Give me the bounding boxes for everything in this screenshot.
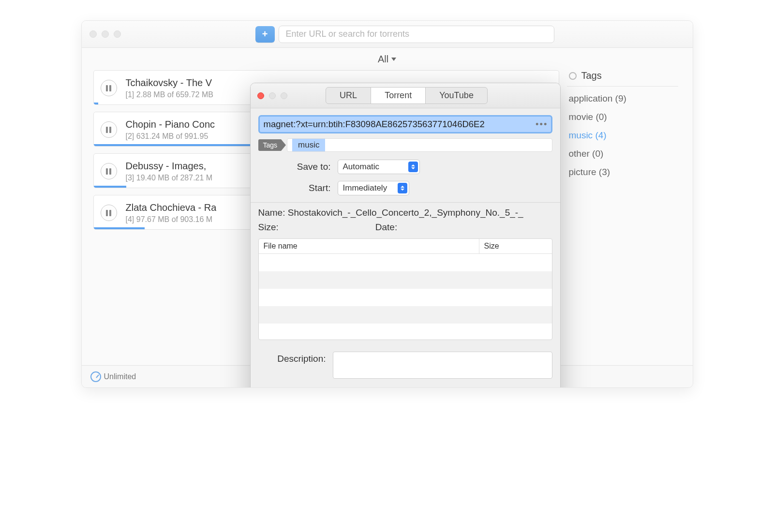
tab-torrent[interactable]: Torrent: [371, 88, 426, 103]
start-value: Immediately: [343, 183, 387, 193]
tab-url[interactable]: URL: [326, 88, 371, 103]
ellipsis-icon: •••: [533, 119, 548, 130]
pause-icon: [106, 127, 111, 133]
tag-chip-music[interactable]: music: [292, 139, 325, 151]
progress-bar: [94, 186, 126, 188]
search-input[interactable]: Enter URL or search for torrents: [279, 26, 554, 43]
files-table-body: [259, 254, 552, 340]
file-size-header[interactable]: Size: [479, 239, 552, 253]
pause-icon: [106, 168, 111, 175]
tag-item-picture[interactable]: picture (3): [567, 163, 678, 181]
pause-button[interactable]: [101, 80, 117, 96]
speed-label: Unlimited: [104, 372, 136, 381]
tag-item-application[interactable]: application (9): [567, 89, 678, 108]
size-label: Size:: [258, 222, 279, 233]
table-row: [259, 306, 552, 324]
description-label: Description:: [258, 352, 326, 379]
filter-label: All: [378, 54, 388, 65]
pause-icon: [106, 210, 111, 216]
download-title: Tchaikovsky - The V: [126, 77, 213, 89]
description-input[interactable]: [333, 352, 552, 379]
download-subtitle: [2] 631.24 MB of 991.95: [126, 132, 215, 141]
download-title: Zlata Chochieva - Ra: [126, 202, 217, 213]
tags-badge: Tags: [258, 139, 282, 151]
download-subtitle: [3] 19.40 MB of 287.21 M: [126, 174, 213, 182]
download-subtitle: [1] 2.88 MB of 659.72 MB: [126, 90, 213, 99]
minimize-icon[interactable]: [102, 30, 109, 38]
save-to-select[interactable]: Automatic: [338, 160, 420, 174]
chevron-down-icon: [391, 58, 396, 61]
filter-bar[interactable]: All: [82, 48, 693, 70]
start-select[interactable]: Immediately: [338, 181, 409, 195]
pause-button[interactable]: [101, 205, 117, 221]
tag-item-other[interactable]: other (0): [567, 145, 678, 163]
dialog-titlebar: URL Torrent YouTube: [251, 83, 560, 108]
download-title: Chopin - Piano Conc: [126, 119, 215, 130]
add-torrent-dialog: URL Torrent YouTube magnet:?xt=urn:btih:…: [250, 83, 561, 388]
torrent-name-value: Shostakovich_-_Cello_Concerto_2,_Symphon…: [288, 207, 523, 218]
files-table-header: File name Size: [259, 239, 552, 254]
date-label: Date:: [375, 222, 397, 233]
save-to-label: Save to:: [258, 162, 331, 172]
description-row: Description:: [258, 352, 552, 379]
files-table[interactable]: File name Size: [258, 238, 552, 340]
tags-row: Tags music: [258, 138, 552, 152]
magnet-url-input[interactable]: magnet:?xt=urn:btih:F83098AE862573563771…: [258, 115, 552, 133]
add-button[interactable]: +: [255, 26, 275, 43]
pause-button[interactable]: [101, 163, 117, 179]
tags-input[interactable]: music: [287, 138, 552, 152]
size-date-line: Size: Date:: [258, 222, 552, 233]
pause-icon: [106, 85, 111, 91]
tags-header: Tags: [567, 70, 678, 81]
name-line: Name: Shostakovich_-_Cello_Concerto_2,_S…: [258, 207, 552, 218]
dialog-traffic-lights: [257, 92, 287, 99]
search-placeholder: Enter URL or search for torrents: [286, 29, 409, 39]
gauge-icon[interactable]: [90, 371, 101, 382]
main-titlebar: + Enter URL or search for torrents: [82, 21, 693, 48]
tag-item-movie[interactable]: movie (0): [567, 108, 678, 126]
updown-chevron-icon: [398, 183, 407, 193]
save-to-value: Automatic: [343, 162, 380, 172]
table-row: [259, 324, 552, 340]
table-row: [259, 254, 552, 271]
progress-bar: [94, 103, 99, 104]
traffic-lights: [89, 30, 121, 38]
dialog-body: magnet:?xt=urn:btih:F83098AE862573563771…: [251, 108, 560, 379]
tags-panel: Tags application (9) movie (0) music (4)…: [567, 70, 693, 365]
start-label: Start:: [258, 183, 331, 193]
progress-bar: [94, 227, 145, 229]
file-name-header[interactable]: File name: [259, 239, 479, 253]
table-row: [259, 289, 552, 306]
main-window: + Enter URL or search for torrents All T…: [81, 20, 693, 388]
tags-header-label: Tags: [581, 70, 602, 81]
zoom-icon[interactable]: [114, 30, 121, 38]
source-tabs: URL Torrent YouTube: [326, 87, 488, 104]
pause-button[interactable]: [101, 121, 117, 138]
radio-empty-icon: [569, 72, 577, 80]
tab-youtube[interactable]: YouTube: [426, 88, 487, 103]
close-icon[interactable]: [257, 92, 264, 99]
plus-icon: +: [262, 29, 268, 40]
minimize-icon[interactable]: [269, 92, 276, 99]
download-subtitle: [4] 97.67 MB of 903.16 M: [126, 215, 217, 224]
zoom-icon[interactable]: [281, 92, 287, 99]
close-icon[interactable]: [89, 30, 97, 38]
table-row: [259, 271, 552, 289]
magnet-url-value: magnet:?xt=urn:btih:F83098AE862573563771…: [264, 119, 485, 130]
updown-chevron-icon: [408, 162, 418, 172]
download-title: Debussy - Images,: [126, 161, 213, 172]
tag-item-music[interactable]: music (4): [567, 126, 678, 145]
